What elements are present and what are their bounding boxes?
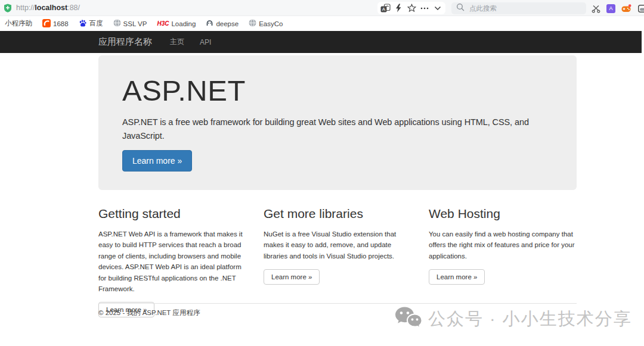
learn-more-button-hosting[interactable]: Learn more » [429,269,485,285]
favorite-star-icon[interactable] [406,3,417,14]
browser-toolbar: http://localhost:88/ A [0,0,644,16]
globe-icon [249,19,256,28]
h3c-logo-icon: H3C [157,20,169,27]
jumbotron-lead: ASP.NET is a free web framework for buil… [122,116,560,142]
learn-more-button-libraries[interactable]: Learn more » [264,269,320,285]
search-input[interactable] [468,4,572,13]
baidu-paw-icon [79,19,87,29]
wechat-icon [395,306,422,332]
1688-icon [42,19,51,29]
search-icon [456,3,465,14]
footer-divider [98,303,577,304]
bookmark-mini-program[interactable]: 小程序助 [5,19,32,28]
nav-link-home[interactable]: 主页 [170,37,184,47]
games-icon[interactable] [621,3,631,14]
navbar-brand[interactable]: 应用程序名称 [98,36,152,48]
scissors-clip-icon[interactable] [590,3,601,14]
learn-more-primary-button[interactable]: Learn more » [122,150,192,172]
url-scheme: http:// [16,4,35,12]
footer-copyright: © 2025 - 我的 ASP.NET 应用程序 [98,308,200,317]
deepseek-icon [206,19,213,28]
address-bar[interactable]: http://localhost:88/ [16,4,80,12]
bookmark-baidu[interactable]: 百度 [79,19,103,29]
site-navbar: 应用程序名称 主页 API [0,31,642,53]
jumbotron: ASP.NET ASP.NET is a free web framework … [98,55,577,190]
bookmark-h3c-loading[interactable]: H3C Loading [157,20,196,27]
translate-page-icon[interactable]: A [380,3,391,14]
svg-text:A: A [382,7,385,12]
bookmark-1688[interactable]: 1688 [42,19,69,29]
column-text: ASP.NET Web API is a framework that make… [98,229,246,294]
chevron-down-icon[interactable] [432,3,443,14]
toolbar-right-icons: A [590,2,644,14]
url-port: :88/ [67,4,80,12]
column-title: Web Hosting [429,207,576,221]
column-web-hosting: Web Hosting You can easily find a web ho… [429,207,576,317]
workspace-panel-icon[interactable] [637,3,644,14]
bookmark-ssl-vpn[interactable]: SSL VP [113,19,147,28]
translate-extension-icon[interactable]: A [606,4,615,13]
bookmark-deepseek[interactable]: deepse [206,19,239,28]
bookmarks-bar: 小程序助 1688 百度 [0,17,644,30]
column-get-more-libraries: Get more libraries NuGet is a free Visua… [264,207,411,317]
column-getting-started: Getting started ASP.NET Web API is a fra… [98,207,246,317]
watermark-text: 公众号 · 小小生技术分享 [428,307,632,331]
column-title: Get more libraries [264,207,411,221]
speed-boost-icon[interactable] [393,3,404,14]
watermark: 公众号 · 小小生技术分享 [395,306,632,332]
url-host: localhost [35,4,67,12]
toolbar-icon-group: A [377,2,445,14]
toolbar-search[interactable] [451,2,586,14]
globe-icon [113,19,121,28]
more-options-icon[interactable] [419,3,430,14]
bookmark-easyconnect[interactable]: EasyCo [249,19,283,28]
column-text: NuGet is a free Visual Studio extension … [264,229,411,261]
page-title: ASP.NET [122,76,560,106]
nav-link-api[interactable]: API [200,38,211,46]
feature-columns: Getting started ASP.NET Web API is a fra… [98,207,577,317]
column-text: You can easily find a web hosting compan… [429,229,576,261]
column-title: Getting started [98,207,246,221]
security-shield-icon[interactable] [4,4,12,15]
